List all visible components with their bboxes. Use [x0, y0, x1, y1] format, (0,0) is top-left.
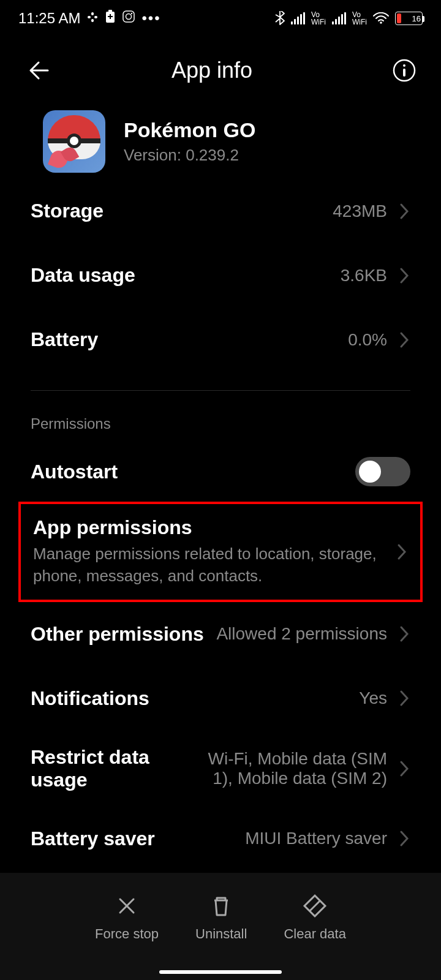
battery-row[interactable]: Battery 0.0%	[31, 307, 410, 372]
chevron-right-icon	[398, 266, 410, 285]
battery-plus-icon	[105, 10, 116, 27]
info-button[interactable]	[392, 58, 417, 83]
autostart-label: Autostart	[31, 461, 355, 483]
force-stop-label: Force stop	[95, 926, 159, 942]
battery-saver-label: Battery saver	[31, 827, 245, 850]
svg-rect-3	[91, 19, 94, 22]
app-version: Version: 0.239.2	[124, 146, 255, 165]
close-icon	[114, 893, 140, 921]
vowifi-1-icon: VoWiFi	[311, 11, 326, 26]
svg-point-8	[131, 13, 132, 14]
svg-rect-5	[108, 10, 112, 12]
storage-label: Storage	[31, 200, 333, 222]
notifications-row[interactable]: Notifications Yes	[31, 666, 410, 731]
clear-data-button[interactable]: Clear data	[284, 893, 346, 942]
signal-2-icon	[332, 12, 346, 24]
data-usage-value: 3.6KB	[341, 266, 387, 285]
app-permissions-row[interactable]: App permissions Manage permissions relat…	[18, 502, 423, 602]
chevron-right-icon	[398, 625, 410, 643]
battery-icon: 16	[395, 12, 423, 25]
battery-saver-value: MIUI Battery saver	[245, 829, 387, 848]
data-usage-label: Data usage	[31, 264, 341, 287]
other-permissions-value: Allowed 2 permissions	[216, 624, 387, 644]
svg-rect-2	[94, 16, 97, 18]
app-permissions-label: App permissions	[33, 516, 385, 539]
header: App info	[0, 37, 441, 104]
uninstall-label: Uninstall	[195, 926, 247, 942]
svg-point-11	[403, 64, 405, 67]
more-dots-icon: •••	[141, 10, 160, 27]
force-stop-button[interactable]: Force stop	[95, 893, 159, 942]
restrict-data-value: Wi-Fi, Mobile data (SIM 1), Mobile data …	[191, 749, 387, 788]
svg-rect-12	[403, 69, 405, 77]
vowifi-2-icon: VoWiFi	[352, 11, 367, 26]
bluetooth-icon	[275, 11, 285, 26]
app-header: Pokémon GO Version: 0.239.2	[0, 104, 441, 179]
other-permissions-label: Other permissions	[31, 623, 216, 646]
restrict-data-label: Restrict data usage	[31, 746, 191, 791]
home-indicator[interactable]	[159, 970, 282, 974]
autostart-row[interactable]: Autostart	[31, 437, 410, 502]
app-name: Pokémon GO	[124, 118, 255, 142]
svg-point-7	[126, 14, 132, 20]
chevron-right-icon	[398, 202, 410, 221]
notifications-value: Yes	[359, 688, 387, 708]
restrict-data-row[interactable]: Restrict data usage Wi-Fi, Mobile data (…	[31, 731, 410, 807]
autostart-toggle[interactable]	[355, 457, 410, 486]
bottom-bar: Force stop Uninstall Clear data	[0, 873, 441, 980]
battery-percent: 16	[412, 14, 421, 23]
battery-value: 0.0%	[348, 330, 387, 350]
eraser-icon	[302, 893, 328, 921]
status-time: 11:25 AM	[18, 10, 80, 27]
other-permissions-row[interactable]: Other permissions Allowed 2 permissions	[31, 602, 410, 666]
uninstall-button[interactable]: Uninstall	[195, 893, 247, 942]
data-usage-row[interactable]: Data usage 3.6KB	[31, 243, 410, 307]
trash-icon	[208, 893, 234, 921]
signal-1-icon	[291, 12, 305, 24]
svg-rect-6	[123, 11, 134, 22]
chevron-right-icon	[398, 331, 410, 349]
storage-row[interactable]: Storage 423MB	[31, 179, 410, 243]
chevron-right-icon	[396, 543, 408, 561]
wifi-icon	[373, 12, 389, 24]
storage-value: 423MB	[333, 202, 387, 221]
notifications-label: Notifications	[31, 687, 359, 710]
app-permissions-desc: Manage permissions related to location, …	[33, 543, 385, 587]
slack-icon	[86, 10, 99, 27]
divider	[31, 390, 410, 391]
permissions-section-title: Permissions	[31, 397, 410, 437]
app-icon	[43, 110, 105, 173]
svg-point-9	[380, 21, 382, 24]
clear-data-label: Clear data	[284, 926, 346, 942]
battery-label: Battery	[31, 328, 348, 351]
page-title: App info	[39, 58, 385, 83]
chevron-right-icon	[398, 829, 410, 848]
battery-saver-row[interactable]: Battery saver MIUI Battery saver	[31, 807, 410, 871]
chevron-right-icon	[398, 760, 410, 778]
instagram-icon	[122, 10, 135, 27]
svg-rect-0	[88, 16, 91, 18]
svg-rect-1	[91, 12, 94, 15]
chevron-right-icon	[398, 689, 410, 707]
status-bar: 11:25 AM ••• VoWiFi VoWiFi 16	[0, 0, 441, 37]
